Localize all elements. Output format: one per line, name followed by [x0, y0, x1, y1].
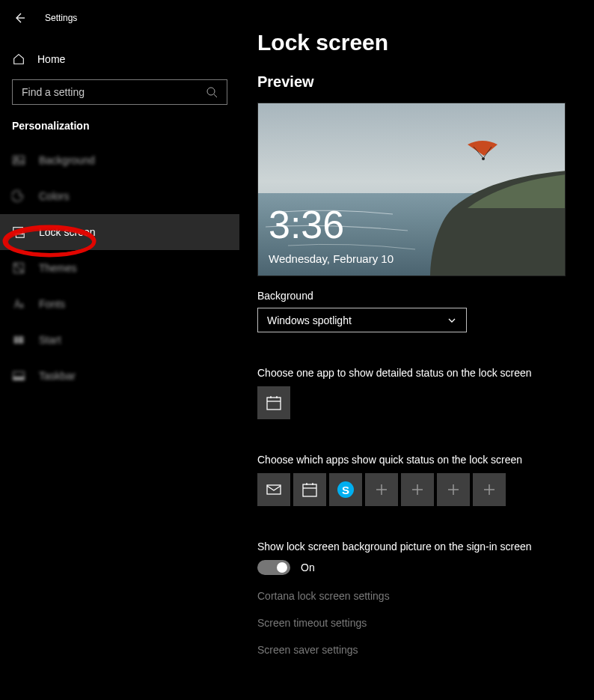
sidebar: Settings Home Personalization Background… [0, 0, 239, 700]
svg-point-18 [482, 157, 485, 160]
background-dropdown[interactable]: Windows spotlight [257, 308, 467, 332]
svg-point-0 [207, 88, 215, 95]
background-label: Background [257, 290, 576, 302]
main-panel: Lock screen Preview [239, 0, 594, 700]
svg-rect-19 [267, 398, 281, 410]
skype-icon: S [337, 481, 354, 498]
title-bar: Settings [0, 0, 239, 36]
quick-app-calendar[interactable] [293, 473, 326, 506]
sidebar-item-label: Fonts [39, 298, 65, 310]
dropdown-value: Windows spotlight [267, 314, 352, 326]
sidebar-item-colors[interactable]: Colors [0, 178, 239, 214]
sidebar-item-label: Background [39, 154, 95, 166]
quick-app-add[interactable] [365, 473, 398, 506]
sidebar-item-themes[interactable]: Themes [0, 250, 239, 286]
sidebar-item-start[interactable]: Start [0, 322, 239, 358]
plus-icon [483, 483, 496, 496]
sidebar-item-label: Taskbar [39, 370, 76, 382]
plus-icon [375, 483, 388, 496]
signin-bg-toggle[interactable] [257, 560, 290, 575]
svg-rect-11 [13, 377, 24, 380]
calendar-icon [301, 481, 318, 498]
search-box[interactable] [12, 79, 227, 105]
fonts-icon [12, 297, 25, 311]
plus-icon [411, 483, 424, 496]
detailed-status-app[interactable] [257, 386, 290, 419]
signin-bg-toggle-row: On [257, 560, 576, 575]
home-label: Home [37, 53, 65, 65]
preview-time: 3:36 [269, 205, 344, 244]
quick-app-add[interactable] [401, 473, 434, 506]
sidebar-item-label: Colors [39, 190, 69, 202]
calendar-icon [266, 395, 282, 411]
quick-app-skype[interactable]: S [329, 473, 362, 506]
window-title: Settings [45, 13, 77, 23]
back-button[interactable] [12, 10, 27, 25]
quick-app-mail[interactable] [257, 473, 290, 506]
svg-rect-29 [267, 485, 281, 494]
sidebar-item-background[interactable]: Background [0, 142, 239, 178]
link-timeout[interactable]: Screen timeout settings [257, 617, 576, 629]
search-icon [206, 86, 218, 98]
signin-bg-label: Show lock screen background picture on t… [257, 541, 576, 553]
svg-rect-7 [19, 337, 23, 340]
svg-point-2 [16, 158, 18, 160]
plus-icon [447, 483, 460, 496]
detailed-status-label: Choose one app to show detailed status o… [257, 367, 576, 379]
quick-app-add[interactable] [473, 473, 506, 506]
section-heading: Personalization [0, 105, 239, 142]
preview-date: Wednesday, February 10 [269, 252, 394, 265]
taskbar-icon [12, 369, 25, 383]
sidebar-item-label: Themes [39, 262, 77, 274]
sidebar-item-label: Lock screen [39, 226, 95, 238]
palette-icon [12, 189, 25, 203]
quick-status-row: S [257, 473, 576, 506]
mail-icon [266, 481, 282, 498]
link-cortana[interactable]: Cortana lock screen settings [257, 590, 576, 602]
page-title: Lock screen [257, 30, 576, 55]
sidebar-item-home[interactable]: Home [0, 45, 239, 73]
preview-image [258, 103, 566, 276]
svg-rect-1 [13, 156, 24, 165]
sidebar-item-fonts[interactable]: Fonts [0, 286, 239, 322]
back-arrow-icon [13, 12, 25, 24]
quick-status-label: Choose which apps show quick status on t… [257, 454, 576, 466]
svg-rect-6 [14, 337, 18, 340]
chevron-down-icon [447, 315, 457, 326]
svg-rect-9 [19, 340, 23, 344]
start-icon [12, 333, 25, 347]
search-input[interactable] [22, 86, 206, 98]
lockscreen-preview: 3:36 Wednesday, February 10 [257, 103, 566, 276]
svg-rect-8 [14, 340, 18, 344]
quick-app-add[interactable] [437, 473, 470, 506]
picture-icon [12, 153, 25, 167]
svg-rect-30 [303, 484, 316, 496]
toggle-knob [277, 562, 287, 573]
link-screensaver[interactable]: Screen saver settings [257, 644, 576, 656]
themes-icon [12, 261, 25, 275]
lockscreen-icon [12, 225, 25, 239]
toggle-state-label: On [301, 561, 315, 573]
home-icon [12, 52, 25, 66]
sidebar-item-taskbar[interactable]: Taskbar [0, 358, 239, 394]
preview-heading: Preview [257, 73, 576, 91]
sidebar-item-lockscreen[interactable]: Lock screen [0, 214, 239, 250]
sidebar-item-label: Start [39, 334, 61, 346]
